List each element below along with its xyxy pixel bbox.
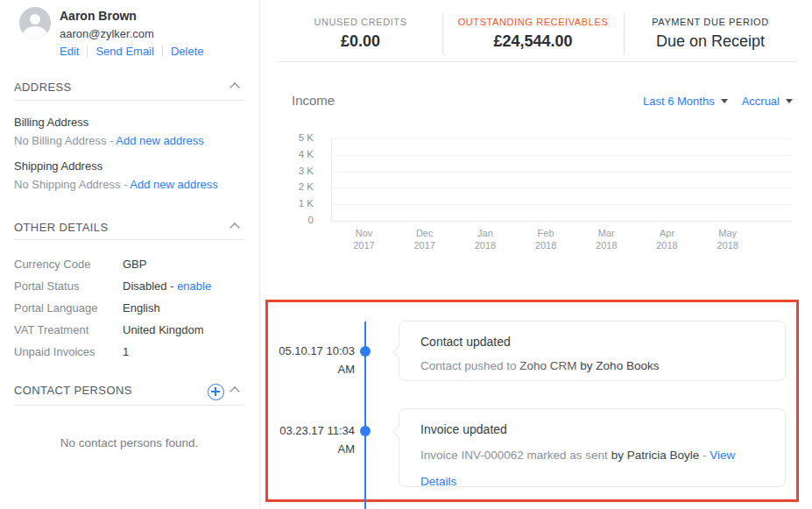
x-axis-tick-label: Mar2018 xyxy=(587,227,625,251)
y-axis-tick-label: 0 xyxy=(308,215,314,225)
chart-gridline xyxy=(332,221,791,222)
contact-email: aaron@zylker.com xyxy=(60,27,154,40)
divider xyxy=(162,46,163,57)
income-chart-title: Income xyxy=(292,93,335,108)
chart-gridline xyxy=(332,172,791,173)
unpaid-invoices-label: Unpaid Invoices xyxy=(14,345,95,358)
contact-actions: Edit Send Email Delete xyxy=(60,45,203,58)
divider xyxy=(14,405,244,406)
portal-status-label: Portal Status xyxy=(14,279,79,293)
x-axis-tick-label: Apr2018 xyxy=(648,227,687,251)
y-axis-tick-label: 2 K xyxy=(299,181,314,192)
timeline-card-body: Contact pushed to Zoho CRM by Zoho Books xyxy=(420,359,764,372)
send-email-link[interactable]: Send Email xyxy=(95,45,153,58)
vat-treatment-value: United Kingdom xyxy=(123,323,204,336)
income-chart-filters: Last 6 Months Accrual xyxy=(643,95,793,108)
x-tick-month: Feb xyxy=(526,227,565,239)
shipping-address-label: Shipping Address xyxy=(14,159,102,173)
x-axis-tick-label: Nov2017 xyxy=(345,227,384,251)
x-tick-month: Nov xyxy=(345,227,384,239)
stat-outstanding-receivables: OUTSTANDING RECEIVABLES £24,544.00 xyxy=(442,17,624,51)
body-separator: - xyxy=(699,449,710,462)
timeline-card-invoice-updated: Invoice updated Invoice INV-000062 marke… xyxy=(399,408,786,487)
date-range-dropdown-label: Last 6 Months xyxy=(643,95,715,108)
contact-persons-empty-text: No contact persons found. xyxy=(14,436,244,449)
y-axis-tick-label: 3 K xyxy=(299,166,314,176)
date-range-dropdown[interactable]: Last 6 Months xyxy=(643,95,728,108)
chevron-up-icon[interactable] xyxy=(229,82,239,92)
accounting-basis-dropdown[interactable]: Accrual xyxy=(742,95,793,108)
timestamp-line1: 03.23.17 11:34 AM xyxy=(265,421,355,458)
chevron-up-icon[interactable] xyxy=(229,223,239,232)
outstanding-receivables-label: OUTSTANDING RECEIVABLES xyxy=(442,17,624,27)
chart-gridline xyxy=(332,187,791,188)
income-chart-x-axis: Nov2017Dec2017Jan2018Feb2018Mar2018Apr20… xyxy=(331,227,791,253)
accounting-basis-dropdown-label: Accrual xyxy=(742,95,780,108)
stat-payment-due-period: PAYMENT DUE PERIOD Due on Receipt xyxy=(624,17,797,51)
x-tick-year: 2017 xyxy=(345,239,384,251)
timeline-dot-icon xyxy=(360,346,371,357)
x-axis-tick-label: Feb2018 xyxy=(526,227,565,251)
edit-link[interactable]: Edit xyxy=(60,45,79,58)
avatar xyxy=(19,7,51,39)
x-tick-year: 2018 xyxy=(709,239,747,251)
contact-persons-section-title: CONTACT PERSONS xyxy=(14,384,132,397)
x-tick-month: Apr xyxy=(648,227,687,239)
x-tick-year: 2018 xyxy=(648,239,687,251)
y-axis-tick-label: 1 K xyxy=(299,198,314,209)
portal-language-label: Portal Language xyxy=(14,301,97,315)
x-tick-year: 2018 xyxy=(587,239,625,251)
stat-unused-credits: UNUSED CREDITS £0.00 xyxy=(279,17,442,51)
contact-details-page: Aaron Brown aaron@zylker.com Edit Send E… xyxy=(0,0,812,509)
address-section-title: ADDRESS xyxy=(14,81,72,94)
divider xyxy=(14,100,244,101)
x-axis-tick-label: Jan2018 xyxy=(466,227,505,251)
timeline-dot-icon xyxy=(360,426,371,436)
timeline-card-title: Invoice updated xyxy=(420,422,764,436)
vat-treatment-label: VAT Treatment xyxy=(14,323,88,336)
timestamp-line2: AM xyxy=(265,360,355,378)
x-axis-tick-label: Dec2017 xyxy=(406,227,444,251)
y-axis-tick-label: 5 K xyxy=(299,132,314,143)
body-actor: by Patricia Boyle xyxy=(611,449,700,462)
divider xyxy=(87,46,88,57)
chart-gridline xyxy=(332,204,791,205)
delete-link[interactable]: Delete xyxy=(171,45,204,58)
other-details-section-title: OTHER DETAILS xyxy=(14,221,109,234)
contact-name: Aaron Brown xyxy=(60,9,137,23)
outstanding-receivables-value: £24,544.00 xyxy=(442,32,624,51)
body-target: Zoho CRM xyxy=(519,359,580,372)
body-text: Invoice INV-000062 marked as sent xyxy=(420,449,611,462)
payment-due-period-label: PAYMENT DUE PERIOD xyxy=(624,17,797,27)
portal-status-value: Disabled - enable xyxy=(123,279,211,293)
shipping-address-empty-text: No Shipping Address - xyxy=(14,178,130,191)
chevron-up-icon[interactable] xyxy=(229,386,239,396)
income-chart-y-axis: 5 K4 K3 K2 K1 K0 xyxy=(282,138,322,221)
add-billing-address-link[interactable]: Add new address xyxy=(116,134,203,147)
x-tick-month: Mar xyxy=(587,227,625,239)
divider xyxy=(279,61,797,62)
chart-gridline xyxy=(332,138,791,139)
billing-address-empty-text: No Billing Address - xyxy=(14,134,116,147)
income-chart-plot-area xyxy=(331,138,791,221)
avatar-person-icon xyxy=(23,26,47,39)
payment-due-period-value: Due on Receipt xyxy=(624,32,797,51)
add-contact-person-icon[interactable] xyxy=(208,384,224,400)
unused-credits-label: UNUSED CREDITS xyxy=(279,17,442,27)
shipping-address-empty: No Shipping Address - Add new address xyxy=(14,178,218,191)
x-axis-tick-label: May2018 xyxy=(709,227,747,251)
x-tick-year: 2018 xyxy=(466,239,505,251)
chart-gridline xyxy=(332,155,791,156)
x-tick-year: 2018 xyxy=(526,239,565,251)
unused-credits-value: £0.00 xyxy=(279,32,442,51)
portal-status-text: Disabled - xyxy=(123,279,177,293)
body-text: Contact pushed to xyxy=(420,359,519,372)
enable-portal-link[interactable]: enable xyxy=(177,279,211,293)
timeline-timestamp: 03.23.17 11:34 AM xyxy=(265,421,355,458)
x-tick-month: Jan xyxy=(466,227,505,239)
contact-sidebar: Aaron Brown aaron@zylker.com Edit Send E… xyxy=(0,0,260,509)
currency-code-label: Currency Code xyxy=(14,258,90,271)
portal-language-value: English xyxy=(123,301,160,315)
x-tick-month: May xyxy=(709,227,747,239)
add-shipping-address-link[interactable]: Add new address xyxy=(130,178,217,191)
